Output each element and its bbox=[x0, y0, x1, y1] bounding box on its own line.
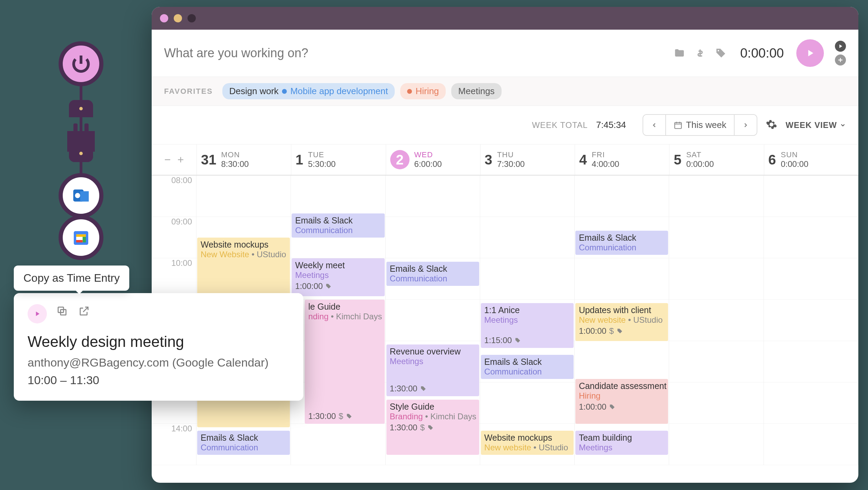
close-window-button[interactable] bbox=[160, 14, 168, 22]
event-title: Weekly design meeting bbox=[28, 333, 290, 350]
day-column-thu[interactable]: 1:1 Anice Meetings 1:15:00 Emails & Slac… bbox=[480, 176, 575, 465]
chevron-down-icon bbox=[840, 122, 846, 128]
day-column-tue[interactable]: Emails & Slack Communication Weekly meet… bbox=[291, 176, 385, 465]
week-total-label: WEEK TOTAL bbox=[532, 120, 588, 130]
billable-icon[interactable] bbox=[693, 46, 707, 60]
time-entry[interactable]: Revenue overview Meetings 1:30:00 bbox=[386, 344, 479, 396]
day-header-tue[interactable]: 1 TUE5:30:00 bbox=[291, 144, 385, 175]
time-entry[interactable]: Emails & Slack Communication bbox=[575, 231, 668, 255]
zoom-in-button[interactable]: + bbox=[175, 153, 186, 166]
integration-sidebar bbox=[59, 41, 103, 260]
time-entry[interactable]: Team building Meetings bbox=[575, 431, 668, 455]
timer-mode-button[interactable] bbox=[835, 41, 846, 52]
time-entry[interactable]: Emails & Slack Communication bbox=[292, 213, 384, 238]
week-total-value: 7:45:34 bbox=[596, 120, 626, 130]
day-header-fri[interactable]: 4 FRI4:00:00 bbox=[575, 144, 669, 175]
outlook-integration-button[interactable] bbox=[59, 173, 103, 218]
day-header-sun[interactable]: 6 SUN0:00:00 bbox=[764, 144, 858, 175]
timer-bar: 0:00:00 bbox=[152, 30, 858, 77]
maximize-window-button[interactable] bbox=[188, 14, 196, 22]
plug-icon bbox=[67, 131, 95, 152]
favorite-design-work[interactable]: Design work Mobile app development bbox=[222, 83, 395, 99]
event-source: anthony@RGBagency.com (Google Calendar) bbox=[28, 356, 290, 369]
favorites-bar: FAVORITES Design work Mobile app develop… bbox=[152, 77, 858, 106]
plug-socket-icon bbox=[69, 100, 93, 117]
billable-icon: $ bbox=[420, 423, 425, 432]
day-column-sat[interactable] bbox=[669, 176, 764, 465]
favorites-label: FAVORITES bbox=[164, 87, 213, 96]
svg-rect-5 bbox=[83, 237, 86, 242]
copy-tooltip: Copy as Time Entry bbox=[14, 266, 129, 291]
time-entry[interactable]: Website mockups New website • UStudio bbox=[481, 431, 574, 455]
copy-icon[interactable] bbox=[55, 304, 69, 318]
tag-icon bbox=[427, 424, 434, 431]
calendar-icon bbox=[674, 121, 683, 130]
date-nav: This week bbox=[643, 114, 757, 136]
favorite-hiring[interactable]: Hiring bbox=[400, 83, 446, 99]
tag-icon bbox=[325, 283, 332, 289]
folder-icon[interactable] bbox=[673, 46, 686, 60]
svg-point-1 bbox=[75, 193, 80, 198]
week-range-button[interactable]: This week bbox=[666, 115, 735, 135]
minimize-window-button[interactable] bbox=[174, 14, 182, 22]
time-entry[interactable]: le Guide nding • Kimchi Days 1:30:00 $ bbox=[305, 300, 384, 424]
app-window: 0:00:00 FAVORITES Design work Mobile app… bbox=[152, 7, 858, 483]
event-popup: Copy as Time Entry Weekly design meeting… bbox=[14, 293, 303, 401]
connector-line bbox=[80, 86, 82, 100]
svg-rect-4 bbox=[76, 234, 86, 237]
toggl-power-button[interactable] bbox=[59, 41, 103, 86]
tag-icon bbox=[420, 386, 426, 392]
time-entry[interactable]: 1:1 Anice Meetings 1:15:00 bbox=[481, 303, 574, 348]
day-column-sun[interactable] bbox=[764, 176, 858, 465]
day-header-thu[interactable]: 3 THU7:30:00 bbox=[480, 144, 575, 175]
calendar-toolbar: WEEK TOTAL 7:45:34 This week WEEK VIEW bbox=[152, 106, 858, 144]
time-entry[interactable]: Emails & Slack Communication bbox=[386, 262, 479, 286]
day-column-wed[interactable]: Emails & Slack Communication Revenue ove… bbox=[386, 176, 480, 465]
tag-icon bbox=[515, 337, 521, 343]
svg-rect-6 bbox=[76, 240, 83, 242]
tag-icon bbox=[609, 404, 615, 410]
tag-icon bbox=[346, 413, 352, 419]
billable-icon: $ bbox=[609, 326, 614, 336]
start-timer-button[interactable] bbox=[28, 304, 47, 323]
timer-display: 0:00:00 bbox=[740, 46, 784, 61]
svg-point-9 bbox=[718, 50, 719, 51]
open-external-icon[interactable] bbox=[77, 304, 91, 318]
manual-mode-button[interactable] bbox=[835, 54, 846, 66]
tag-icon bbox=[617, 328, 623, 334]
days-header: − + 31 MON8:30:00 1 TUE5:30:00 2 WED6:00… bbox=[152, 144, 858, 176]
day-header-mon[interactable]: 31 MON8:30:00 bbox=[196, 144, 291, 175]
day-header-sat[interactable]: 5 SAT0:00:00 bbox=[669, 144, 764, 175]
google-calendar-integration-button[interactable] bbox=[59, 215, 103, 260]
task-input[interactable] bbox=[164, 46, 666, 60]
start-timer-main-button[interactable] bbox=[796, 39, 824, 67]
time-entry[interactable]: Updates with client New website • UStudi… bbox=[575, 303, 668, 341]
time-entry[interactable]: Emails & Slack Communication bbox=[481, 355, 574, 379]
connector-line bbox=[80, 117, 82, 131]
svg-rect-10 bbox=[675, 122, 682, 128]
time-entry[interactable]: Emails & Slack Communication bbox=[197, 431, 290, 455]
time-entry[interactable]: Style Guide Branding • Kimchi Days 1:30:… bbox=[386, 400, 479, 455]
view-selector[interactable]: WEEK VIEW bbox=[786, 120, 846, 130]
day-header-wed[interactable]: 2 WED6:00:00 bbox=[386, 144, 480, 175]
zoom-out-button[interactable]: − bbox=[162, 153, 173, 166]
favorite-meetings[interactable]: Meetings bbox=[451, 83, 502, 99]
time-entry[interactable]: Weekly meet Meetings 1:00:00 bbox=[292, 258, 384, 296]
next-week-button[interactable] bbox=[735, 115, 757, 135]
prev-week-button[interactable] bbox=[643, 115, 666, 135]
time-entry[interactable]: Candidate assessment Hiring 1:00:00 bbox=[575, 379, 668, 424]
settings-button[interactable] bbox=[766, 119, 777, 132]
billable-icon: $ bbox=[339, 411, 343, 421]
window-titlebar bbox=[152, 7, 858, 30]
tag-icon[interactable] bbox=[714, 46, 728, 60]
event-time: 10:00 – 11:30 bbox=[28, 373, 290, 387]
day-column-fri[interactable]: Emails & Slack Communication Updates wit… bbox=[575, 176, 669, 465]
